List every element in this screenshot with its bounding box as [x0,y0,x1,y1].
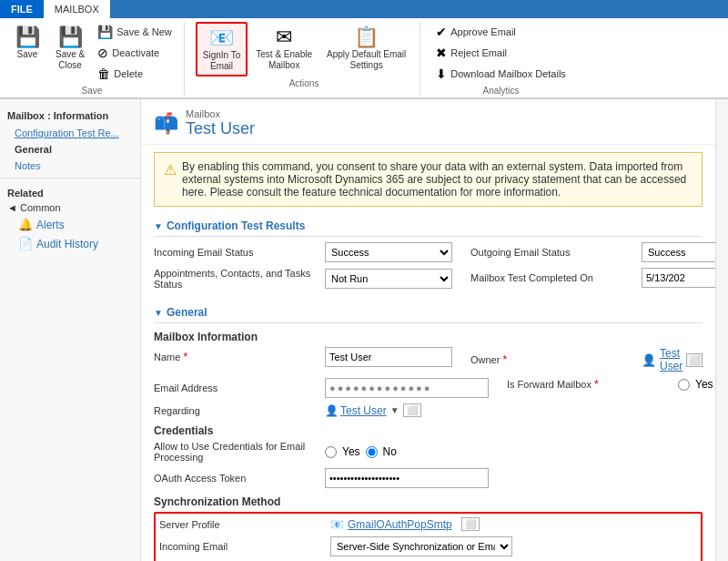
incoming-email-sync-select[interactable]: Server-Side Synchronization or Email Rou… [330,536,512,556]
delete-button[interactable]: 🗑 Delete [93,64,177,84]
incoming-email-select[interactable]: Success [325,242,452,262]
test-enable-icon: ✉ [276,26,292,49]
ribbon-body: 💾 Save 💾 Save &Close 💾 Save & New ⊘ Deac… [0,18,728,98]
owner-value: 👤 Test User ⬜ [642,347,703,372]
allow-cred-yes-label: Yes [342,445,360,458]
sidebar-item-audit-history[interactable]: 📄 Audit History [0,234,140,253]
name-value [325,347,452,367]
alerts-icon: 🔔 [18,218,33,231]
reject-email-icon: ✖ [436,46,447,60]
save-label: Save [17,49,38,60]
deactivate-button[interactable]: ⊘ Deactivate [93,43,177,63]
actions-buttons: 📧 SignIn ToEmail ✉ Test & EnableMailbox … [196,22,413,76]
test-completed-input[interactable] [642,268,715,288]
main-area: Mailbox : Information Configuration Test… [0,99,728,561]
incoming-email-sync-label: Incoming Email [159,541,323,552]
approve-email-button[interactable]: ✔ Approve Email [431,22,571,42]
name-row: Name * [154,347,452,367]
test-enable-button[interactable]: ✉ Test & EnableMailbox [249,22,318,75]
sidebar-common-label[interactable]: ◄ Common [0,200,140,215]
test-enable-label: Test & EnableMailbox [256,49,312,71]
oauth-label: OAuth Access Token [154,473,318,484]
allow-cred-yes-radio[interactable] [325,446,337,458]
regarding-name[interactable]: Test User [340,404,387,417]
save-new-button[interactable]: 💾 Save & New [93,22,177,42]
audit-history-label: Audit History [36,238,98,250]
regarding-row: Regarding 👤 Test User ▼ ⬜ [154,403,703,417]
server-profile-label: Server Profile [159,519,323,530]
reject-email-label: Reject Email [450,47,507,58]
signin-email-button[interactable]: 📧 SignIn ToEmail [196,22,248,76]
sidebar-item-alerts[interactable]: 🔔 Alerts [0,215,140,234]
config-row2: Appointments, Contacts, and Tasks Status… [154,268,703,295]
scrollbar[interactable] [715,99,728,561]
email-input[interactable] [325,378,489,398]
server-profile-name: GmailOAuthPopSmtp [348,518,452,531]
save-close-button[interactable]: 💾 Save &Close [49,22,91,75]
mailbox-info-label: Mailbox Information [154,331,703,343]
warning-link-more[interactable]: more information [476,186,558,199]
save-group-label: Save [81,86,102,96]
outgoing-email-status-select[interactable]: Success [642,242,715,262]
email-value [325,378,489,398]
incoming-email-label: Incoming Email Status [154,247,318,258]
email-label: Email Address [154,382,318,393]
regarding-expand[interactable]: ⬜ [403,403,421,417]
delete-icon: 🗑 [97,66,110,81]
save-new-icon: 💾 [97,25,113,39]
apply-default-button[interactable]: 📋 Apply Default EmailSettings [320,22,412,75]
regarding-lookup: 👤 Test User ▼ ⬜ [325,403,421,417]
allow-cred-no-radio[interactable] [366,446,378,458]
forward-yes-radio[interactable] [678,379,690,391]
ribbon: FILE MAILBOX 💾 Save 💾 Save &Close 💾 Save… [0,0,728,99]
delete-label: Delete [114,68,143,79]
download-mailbox-button[interactable]: ⬇ Download Mailbox Details [431,64,571,84]
save-button[interactable]: 💾 Save [7,22,47,64]
name-input[interactable] [325,347,452,367]
credentials-label: Credentials [154,424,703,437]
owner-expand-button[interactable]: ⬜ [686,353,703,367]
tab-file[interactable]: FILE [0,0,44,18]
incoming-email-value: Success [325,242,452,262]
tab-mailbox[interactable]: MAILBOX [44,0,110,18]
owner-person-icon: 👤 [642,353,656,367]
incoming-email-row: Incoming Email Status Success [154,242,452,262]
sidebar-item-notes[interactable]: Notes [0,158,140,174]
mailbox-icon: 📫 [154,112,178,136]
content-header: 📫 Mailbox Test User [141,99,715,145]
regarding-lookup-icon: 👤 [325,404,339,417]
deactivate-label: Deactivate [112,47,159,58]
warning-icon: ⚠ [164,161,177,199]
save-small-buttons: 💾 Save & New ⊘ Deactivate 🗑 Delete [93,22,177,84]
server-profile-value: 📧 GmailOAuthPopSmtp ⬜ [330,517,697,531]
config-section-header[interactable]: ▼ Configuration Test Results [154,214,703,237]
sync-highlighted-box: Server Profile 📧 GmailOAuthPopSmtp ⬜ Inc… [154,512,703,561]
approve-email-icon: ✔ [436,25,447,39]
general-arrow-icon: ▼ [154,308,163,318]
test-completed-label: Mailbox Test Completed On [470,272,634,283]
owner-name: Test User [660,347,682,372]
sidebar-title: Mailbox : Information [0,107,140,125]
config-col-right-1: Outgoing Email Status Success [470,242,715,268]
apply-default-icon: 📋 [354,26,379,49]
allow-cred-value: Yes No [325,445,703,458]
warning-link-here[interactable]: here [182,186,204,199]
reject-email-button[interactable]: ✖ Reject Email [431,43,571,63]
incoming-email-sync-row: Incoming Email Server-Side Synchronizati… [159,536,697,556]
signin-email-icon: 📧 [209,26,234,50]
owner-label: Owner * [470,353,634,366]
sidebar-item-general[interactable]: General [0,141,140,158]
content-subtitle: Mailbox [186,108,255,119]
audit-history-icon: 📄 [18,237,33,250]
content-area: 📫 Mailbox Test User ⚠ By enabling this c… [141,99,715,561]
oauth-input[interactable] [325,468,489,488]
regarding-caret: ▼ [390,405,399,415]
server-profile-link[interactable]: 📧 GmailOAuthPopSmtp [330,518,452,531]
server-profile-expand[interactable]: ⬜ [461,517,480,531]
sidebar-related-label: Related [0,182,140,200]
sidebar-item-config[interactable]: Configuration Test Re... [0,125,140,141]
apt-contacts-status-select[interactable]: Not Run [325,269,452,289]
general-section-header[interactable]: ▼ General [154,301,703,323]
actions-group-label: Actions [289,78,319,88]
download-mailbox-icon: ⬇ [436,66,447,81]
